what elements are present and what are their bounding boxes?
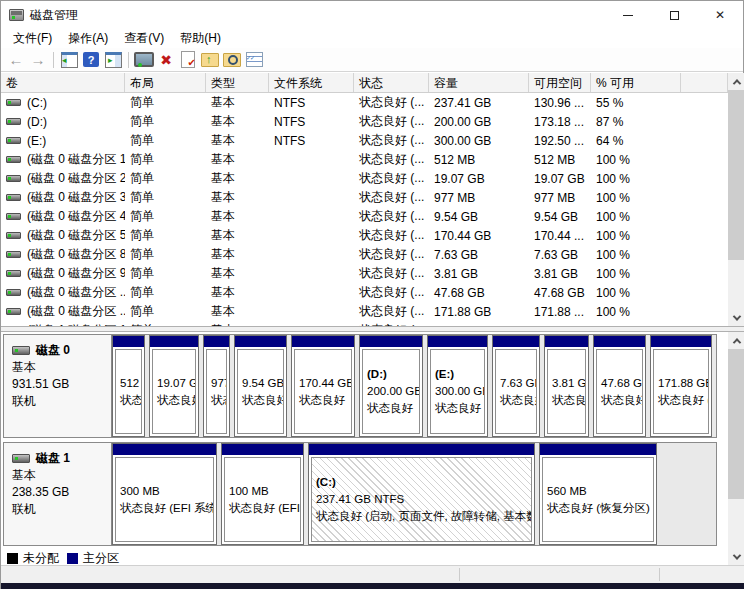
partition-status: 状态良好	[601, 392, 642, 409]
help-icon[interactable]	[80, 50, 102, 70]
partition-block[interactable]: (E:)300.00 GB状态良好 (	[427, 335, 488, 437]
folder-up-icon[interactable]	[199, 50, 221, 70]
partition-size: 560 MB	[547, 483, 653, 500]
cell-type: 基本	[206, 170, 269, 187]
menu-item[interactable]: 帮助(H)	[172, 28, 229, 49]
volume-row[interactable]: (磁盘 0 磁盘分区 8)简单基本状态良好 (...7.63 GB7.63 GB…	[1, 245, 728, 264]
column-header[interactable]: 状态	[354, 73, 429, 92]
scroll-thumb[interactable]	[728, 349, 744, 499]
folder-search-icon[interactable]	[221, 50, 243, 70]
volume-row[interactable]: (磁盘 0 磁盘分区 5)简单基本状态良好 (...170.44 GB170.4…	[1, 226, 728, 245]
menu-item[interactable]: 文件(F)	[5, 28, 60, 49]
computer-icon[interactable]	[133, 50, 155, 70]
column-header[interactable]: 类型	[206, 73, 269, 92]
chevron-up-icon	[732, 338, 740, 346]
volume-row[interactable]: (C:)简单基本NTFS状态良好 (...237.41 GB130.96 ...…	[1, 93, 728, 112]
partition-status: 状态良好 (EFI 系统分区)	[120, 500, 213, 517]
volume-row[interactable]: (磁盘 0 磁盘分区 2)简单基本状态良好 (...19.07 GB19.07 …	[1, 169, 728, 188]
partition-block[interactable]: 19.07 GB状态良好	[149, 335, 199, 437]
partition-label: 19.07 GB状态良好	[152, 349, 196, 434]
cell-volume: (磁盘 0 磁盘分区 1)	[1, 151, 125, 168]
partition-block[interactable]: 300 MB状态良好 (EFI 系统分区)	[112, 443, 217, 545]
console-tree-icon[interactable]	[58, 50, 80, 70]
partition-status: 状态良好	[157, 392, 195, 409]
minimize-button[interactable]	[605, 1, 651, 29]
column-header[interactable]: 卷	[1, 73, 125, 92]
menu-item[interactable]: 查看(V)	[116, 28, 172, 49]
column-header[interactable]	[681, 73, 728, 92]
partition-color-band	[594, 336, 645, 347]
scroll-down-button[interactable]	[728, 548, 744, 565]
cell-free: 977 MB	[529, 191, 591, 205]
back-icon[interactable]	[5, 50, 27, 70]
volume-row[interactable]: (E:)简单基本NTFS状态良好 (...300.00 GB192.50 ...…	[1, 131, 728, 150]
properties-icon[interactable]	[177, 50, 199, 70]
column-header[interactable]: 容量	[429, 73, 529, 92]
volume-row[interactable]: (磁盘 0 磁盘分区 3)简单基本状态良好 (...977 MB977 MB10…	[1, 188, 728, 207]
volume-row[interactable]: (D:)简单基本NTFS状态良好 (...200.00 GB173.18 ...…	[1, 112, 728, 131]
delete-icon[interactable]	[155, 50, 177, 70]
cell-volume: (磁盘 0 磁盘分区 9)	[1, 265, 125, 282]
partition-block[interactable]: 7.63 GB状态良好	[492, 335, 540, 437]
volume-row[interactable]: (磁盘 0 磁盘分区 ...简单基本状态良好 (...171.88 GB171.…	[1, 302, 728, 321]
partition-block[interactable]: 3.81 GB状态良好	[544, 335, 589, 437]
partition-block[interactable]: 170.44 GB状态良好	[291, 335, 355, 437]
volume-row[interactable]: (磁盘 0 磁盘分区 4)简单基本状态良好 (...9.54 GB9.54 GB…	[1, 207, 728, 226]
cell-free: 7.63 GB	[529, 248, 591, 262]
cell-layout: 简单	[125, 284, 206, 301]
minimize-icon	[623, 15, 633, 16]
checklist-icon[interactable]	[243, 50, 265, 70]
partition-status: 状态良好	[367, 400, 419, 417]
maximize-button[interactable]	[651, 1, 697, 29]
scroll-up-button[interactable]	[728, 332, 744, 349]
partition-size: 200.00 GB	[367, 383, 419, 400]
column-header[interactable]: % 可用	[591, 73, 681, 92]
disk-rows: 磁盘 0基本931.51 GB联机512 MB状态良好19.07 GB状态良好9…	[1, 334, 744, 546]
volume-row[interactable]: (磁盘 0 磁盘分区 9)简单基本状态良好 (...3.81 GB3.81 GB…	[1, 264, 728, 283]
column-header[interactable]: 文件系统	[269, 73, 354, 92]
graph-scrollbar[interactable]	[728, 332, 744, 565]
cell-type: 基本	[206, 132, 269, 149]
volume-icon	[6, 175, 21, 182]
cell-type: 基本	[206, 265, 269, 282]
partition-block[interactable]: 100 MB状态良好 (EFI 系统分区)	[221, 443, 304, 545]
cell-status: 状态良好 (...	[354, 94, 429, 111]
column-header[interactable]: 布局	[125, 73, 206, 92]
partition-color-band	[428, 336, 487, 347]
disk-info-panel[interactable]: 磁盘 0基本931.51 GB联机	[4, 335, 112, 437]
table-scrollbar[interactable]	[728, 73, 744, 326]
volume-row[interactable]: (磁盘 0 磁盘分区 ...简单基本状态良好 (...47.68 GB47.68…	[1, 283, 728, 302]
partition-block[interactable]: 560 MB状态良好 (恢复分区)	[539, 443, 657, 545]
partition-label: 9.54 GB状态良好	[237, 349, 284, 434]
legend-item: 未分配	[7, 550, 59, 565]
partition-label: 100 MB状态良好 (EFI 系统分区)	[224, 457, 301, 542]
cell-layout: 简单	[125, 208, 206, 225]
menu-item[interactable]: 操作(A)	[60, 28, 116, 49]
column-header[interactable]: 可用空间	[529, 73, 591, 92]
partition-status: 状态良好	[500, 392, 536, 409]
partition-block[interactable]: 977 MB状态良好	[203, 335, 230, 437]
partition-name: (C:)	[316, 474, 531, 491]
legend-swatch	[7, 553, 18, 564]
volume-icon	[6, 99, 21, 106]
forward-icon[interactable]	[27, 50, 49, 70]
volume-row[interactable]: (磁盘 0 磁盘分区 1)简单基本状态良好 (...512 MB512 MB10…	[1, 150, 728, 169]
scroll-up-button[interactable]	[728, 73, 744, 90]
scroll-down-button[interactable]	[728, 309, 744, 326]
partition-label: (D:)200.00 GB状态良好	[362, 349, 420, 434]
cell-volume: (磁盘 0 磁盘分区 3)	[1, 189, 125, 206]
partition-block[interactable]: 512 MB状态良好	[112, 335, 145, 437]
disk-info-panel[interactable]: 磁盘 1基本238.35 GB联机	[4, 443, 112, 545]
partition-block[interactable]: 171.88 GB状态良好 (	[650, 335, 712, 437]
partition-block[interactable]: (D:)200.00 GB状态良好	[359, 335, 423, 437]
partition-block[interactable]: 9.54 GB状态良好	[234, 335, 287, 437]
close-button[interactable]: ✕	[697, 1, 743, 29]
action-pane-icon[interactable]	[102, 50, 124, 70]
partition-block[interactable]: (C:)237.41 GB NTFS状态良好 (启动, 页面文件, 故障转储, …	[308, 443, 535, 545]
partition-color-band	[113, 444, 216, 455]
partition-status: 状态良好 (恢复分区)	[547, 500, 653, 517]
partition-block[interactable]: 47.68 GB状态良好	[593, 335, 646, 437]
cell-layout: 简单	[125, 170, 206, 187]
scroll-thumb[interactable]	[728, 90, 744, 260]
partition-color-band	[651, 336, 711, 347]
